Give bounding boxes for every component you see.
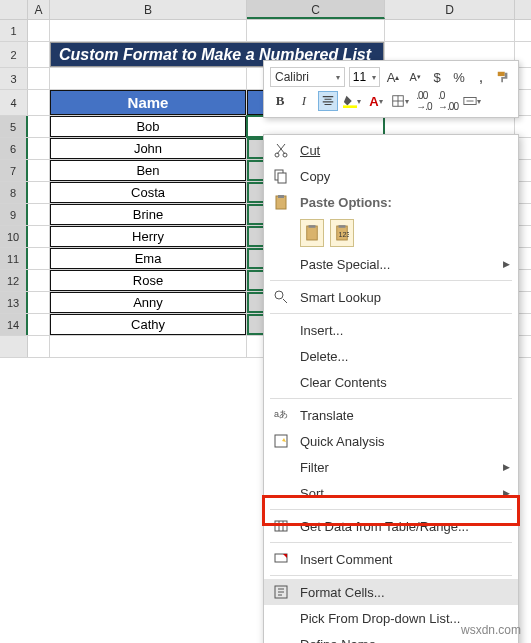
borders-icon[interactable]: ▾ [390, 91, 410, 111]
svg-text:aあ: aあ [274, 409, 288, 419]
menu-delete[interactable]: Delete... [264, 343, 518, 369]
format-cells-icon [270, 581, 292, 603]
menu-smart-lookup[interactable]: Smart Lookup [264, 284, 518, 310]
table-icon [270, 515, 292, 537]
decrease-font-icon[interactable]: A▾ [406, 67, 424, 87]
accounting-icon[interactable]: $ [428, 67, 446, 87]
name-cell[interactable]: Rose [50, 270, 246, 291]
row-header-9[interactable]: 9 [0, 204, 28, 225]
paste-options-row: 123 [264, 215, 518, 251]
menu-insert-comment[interactable]: Insert Comment [264, 546, 518, 572]
watermark: wsxdn.com [461, 623, 521, 637]
paste-default-icon[interactable] [300, 219, 324, 247]
format-painter-icon[interactable] [494, 67, 512, 87]
name-cell[interactable]: Cathy [50, 314, 246, 335]
menu-insert[interactable]: Insert... [264, 317, 518, 343]
font-color-icon[interactable]: A▾ [366, 91, 386, 111]
row-header-12[interactable]: 12 [0, 270, 28, 291]
font-name-combo[interactable]: Calibri▾ [270, 67, 345, 87]
svg-rect-6 [278, 173, 286, 183]
menu-format-cells[interactable]: Format Cells... [264, 579, 518, 605]
col-header-d[interactable]: D [385, 0, 515, 19]
select-all-corner[interactable] [0, 0, 28, 19]
mini-toolbar: Calibri▾ 11▾ A▴ A▾ $ % , B I ▾ A▾ ▾ .00→… [263, 60, 519, 118]
svg-text:123: 123 [339, 231, 350, 238]
row-header-13[interactable]: 13 [0, 292, 28, 313]
align-center-icon[interactable] [318, 91, 338, 111]
name-cell[interactable]: John [50, 138, 246, 159]
row-header-5[interactable]: 5 [0, 116, 28, 137]
name-cell[interactable]: Anny [50, 292, 246, 313]
col-header-a[interactable]: A [28, 0, 50, 19]
row-header-7[interactable]: 7 [0, 160, 28, 181]
row-header-1[interactable]: 1 [0, 20, 28, 41]
svg-rect-12 [339, 225, 346, 228]
decrease-decimal-icon[interactable]: .0→.00 [438, 91, 458, 111]
merge-center-icon[interactable]: ▾ [462, 91, 482, 111]
row-header-2[interactable]: 2 [0, 42, 28, 67]
svg-point-14 [275, 291, 283, 299]
menu-copy[interactable]: Copy [264, 163, 518, 189]
menu-sort[interactable]: Sort▶ [264, 480, 518, 506]
menu-paste-special[interactable]: Paste Special...▶ [264, 251, 518, 277]
context-menu: Cut Copy Paste Options: 123 Paste Specia… [263, 134, 519, 643]
column-headers: A B C D [0, 0, 531, 20]
row-header-3[interactable]: 3 [0, 68, 28, 89]
svg-rect-17 [275, 521, 287, 531]
menu-paste-options-label: Paste Options: [264, 189, 518, 215]
translate-icon: aあ [270, 404, 292, 426]
menu-cut[interactable]: Cut [264, 137, 518, 163]
cut-icon [270, 139, 292, 161]
name-cell[interactable]: Bob [50, 116, 246, 137]
name-cell[interactable]: Brine [50, 204, 246, 225]
col-header-c[interactable]: C [247, 0, 385, 19]
fill-color-icon[interactable]: ▾ [342, 91, 362, 111]
svg-rect-0 [343, 105, 357, 108]
menu-get-data[interactable]: Get Data from Table/Range... [264, 513, 518, 539]
col-header-b[interactable]: B [50, 0, 247, 19]
comma-icon[interactable]: , [472, 67, 490, 87]
quick-analysis-icon [270, 430, 292, 452]
row-1: 1 [0, 20, 531, 42]
percent-icon[interactable]: % [450, 67, 468, 87]
row-header-10[interactable]: 10 [0, 226, 28, 247]
menu-clear-contents[interactable]: Clear Contents [264, 369, 518, 395]
row-header-8[interactable]: 8 [0, 182, 28, 203]
paste-icon [270, 191, 292, 213]
row-header-4[interactable]: 4 [0, 90, 28, 115]
copy-icon [270, 165, 292, 187]
name-cell[interactable]: Costa [50, 182, 246, 203]
header-name: Name [50, 90, 246, 115]
smart-lookup-icon [270, 286, 292, 308]
row-header-6[interactable]: 6 [0, 138, 28, 159]
increase-font-icon[interactable]: A▴ [384, 67, 402, 87]
comment-icon [270, 548, 292, 570]
name-cell[interactable]: Ema [50, 248, 246, 269]
svg-rect-8 [278, 195, 284, 198]
row-header-11[interactable]: 11 [0, 248, 28, 269]
font-size-combo[interactable]: 11▾ [349, 67, 380, 87]
row-header-14[interactable]: 14 [0, 314, 28, 335]
increase-decimal-icon[interactable]: .00→.0 [414, 91, 434, 111]
paste-values-icon[interactable]: 123 [330, 219, 354, 247]
svg-rect-9 [307, 226, 318, 240]
svg-rect-10 [309, 225, 316, 228]
name-cell[interactable]: Herry [50, 226, 246, 247]
menu-translate[interactable]: aあ Translate [264, 402, 518, 428]
menu-filter[interactable]: Filter▶ [264, 454, 518, 480]
bold-icon[interactable]: B [270, 91, 290, 111]
menu-quick-analysis[interactable]: Quick Analysis [264, 428, 518, 454]
name-cell[interactable]: Ben [50, 160, 246, 181]
italic-icon[interactable]: I [294, 91, 314, 111]
